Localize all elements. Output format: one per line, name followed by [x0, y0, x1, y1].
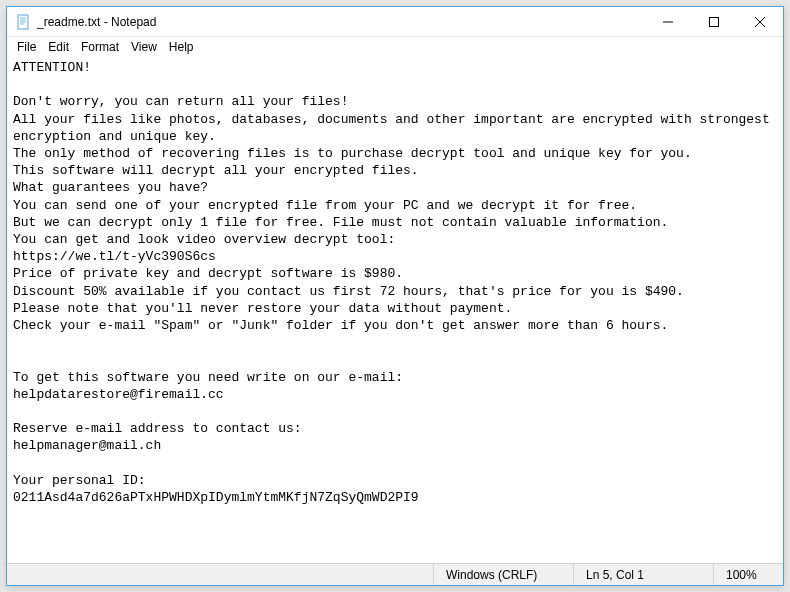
svg-rect-6	[710, 17, 719, 26]
menubar: File Edit Format View Help	[7, 37, 783, 57]
maximize-button[interactable]	[691, 7, 737, 36]
menu-help[interactable]: Help	[163, 39, 200, 55]
menu-edit[interactable]: Edit	[42, 39, 75, 55]
window-controls	[645, 7, 783, 36]
status-encoding: Windows (CRLF)	[433, 564, 573, 585]
status-position: Ln 5, Col 1	[573, 564, 713, 585]
close-button[interactable]	[737, 7, 783, 36]
notepad-window: _readme.txt - Notepad File Edit Format V…	[6, 6, 784, 586]
menu-format[interactable]: Format	[75, 39, 125, 55]
menu-file[interactable]: File	[11, 39, 42, 55]
window-title: _readme.txt - Notepad	[37, 15, 645, 29]
status-zoom: 100%	[713, 564, 783, 585]
statusbar: Windows (CRLF) Ln 5, Col 1 100%	[7, 563, 783, 585]
menu-view[interactable]: View	[125, 39, 163, 55]
notepad-icon	[15, 14, 31, 30]
titlebar: _readme.txt - Notepad	[7, 7, 783, 37]
minimize-button[interactable]	[645, 7, 691, 36]
text-content[interactable]: ATTENTION! Don't worry, you can return a…	[7, 57, 783, 563]
